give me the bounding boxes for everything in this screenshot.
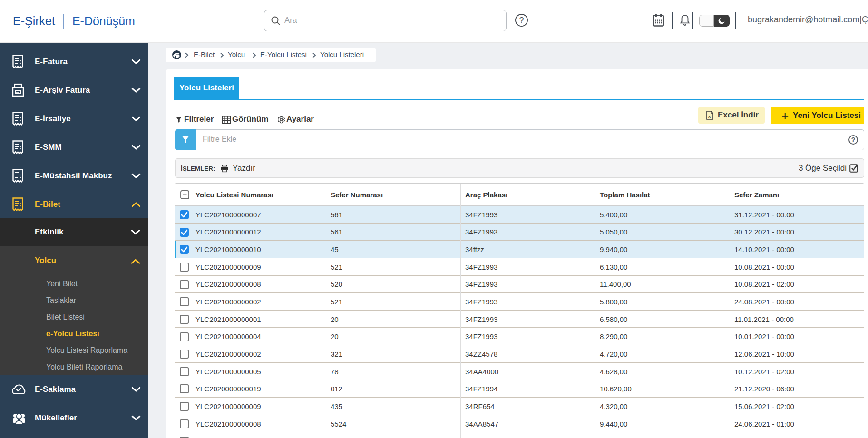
svg-text:x: x (708, 114, 711, 119)
